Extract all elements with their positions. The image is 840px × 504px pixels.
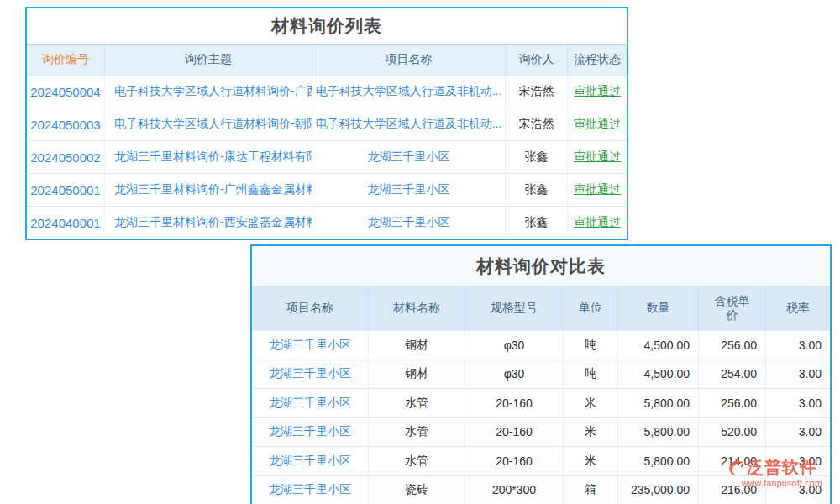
- inquiry-person: 张鑫: [506, 141, 568, 173]
- tax-inc-price: 520.00: [699, 418, 766, 447]
- tax-inc-price: 254.00: [699, 360, 766, 389]
- project-name-link[interactable]: 龙湖三千里小区: [252, 389, 369, 417]
- material-name: 水管: [369, 418, 465, 447]
- inquiry-row: 2024050003 电子科技大学区域人行道材料询价-朝阳... 电子科技大学区…: [27, 108, 627, 140]
- header-project-name[interactable]: 项目名称: [312, 45, 506, 75]
- inquiry-person: 宋浩然: [506, 108, 568, 140]
- project-name-link[interactable]: 龙湖三千里小区: [252, 331, 369, 360]
- inquiry-topic-link[interactable]: 龙湖三千里材料询价-西安盛器金属材料...: [105, 207, 312, 239]
- comparison-row: 龙湖三千里小区 瓷砖 200*300 箱 235,000.00 216.00 3…: [252, 475, 830, 504]
- spec-model: 20-160: [465, 389, 564, 417]
- status-approved-link[interactable]: 审批通过: [574, 215, 621, 230]
- unit: 吨: [564, 331, 618, 360]
- project-name-link[interactable]: 龙湖三千里小区: [252, 360, 369, 389]
- tax-rate: 3.00: [766, 389, 830, 417]
- tax-inc-price: 214.00: [699, 447, 766, 475]
- project-name-link[interactable]: 龙湖三千里小区: [312, 207, 506, 239]
- spec-model: 20-160: [465, 447, 564, 475]
- inquiry-id-link[interactable]: 2024050001: [27, 174, 105, 206]
- tax-inc-price: 256.00: [699, 389, 766, 417]
- header-flow-status[interactable]: 流程状态: [568, 45, 627, 75]
- inquiry-topic-link[interactable]: 龙湖三千里材料询价-康达工程材料有限...: [105, 141, 312, 173]
- inquiry-id-link[interactable]: 2024050003: [27, 108, 105, 140]
- spec-model: 200*300: [465, 476, 564, 504]
- comparison-row: 龙湖三千里小区 钢材 φ30 吨 4,500.00 254.00 3.00: [252, 360, 830, 389]
- comparison-row: 龙湖三千里小区 水管 20-160 米 5,800.00 214.00 3.00: [252, 446, 830, 475]
- unit: 米: [564, 447, 618, 475]
- header-project-name: 项目名称: [252, 286, 369, 330]
- header-inquiry-topic[interactable]: 询价主题: [105, 45, 312, 75]
- project-name-link[interactable]: 电子科技大学区域人行道及非机动...: [312, 108, 506, 140]
- header-tax-inc-price: 含税单价: [699, 286, 766, 330]
- comparison-table-panel: 材料询价对比表 项目名称 材料名称 规格型号 单位 数量 含税单价 税率 龙湖三…: [250, 244, 832, 504]
- header-material-name: 材料名称: [369, 286, 465, 330]
- tax-rate: 3.00: [766, 331, 830, 360]
- quantity: 4,500.00: [618, 360, 699, 389]
- status-approved-link[interactable]: 审批通过: [574, 150, 621, 165]
- material-name: 水管: [369, 447, 465, 475]
- inquiry-list-title: 材料询价列表: [27, 8, 627, 45]
- spec-model: 20-160: [465, 418, 564, 447]
- inquiry-topic-link[interactable]: 电子科技大学区域人行道材料询价-广西...: [105, 76, 312, 108]
- header-inquiry-id[interactable]: 询价编号: [27, 45, 105, 75]
- inquiry-row: 2024050001 龙湖三千里材料询价-广州鑫鑫金属材料... 龙湖三千里小区…: [27, 173, 627, 206]
- quantity: 4,500.00: [618, 331, 699, 360]
- header-quantity: 数量: [618, 286, 699, 330]
- unit: 米: [564, 389, 618, 417]
- header-spec-model: 规格型号: [465, 286, 564, 330]
- material-name: 瓷砖: [369, 476, 465, 504]
- project-name-link[interactable]: 龙湖三千里小区: [252, 447, 369, 475]
- header-unit: 单位: [564, 286, 618, 330]
- inquiry-id-link[interactable]: 2024040001: [27, 207, 105, 239]
- inquiry-topic-link[interactable]: 电子科技大学区域人行道材料询价-朝阳...: [105, 108, 312, 140]
- unit: 吨: [564, 360, 618, 389]
- comparison-table-title: 材料询价对比表: [252, 246, 830, 286]
- status-approved-link[interactable]: 审批通过: [574, 84, 621, 99]
- quantity: 235,000.00: [618, 476, 699, 504]
- quantity: 5,800.00: [618, 418, 699, 447]
- comparison-header-row: 项目名称 材料名称 规格型号 单位 数量 含税单价 税率: [252, 286, 830, 330]
- material-name: 钢材: [369, 360, 465, 389]
- material-name: 钢材: [369, 331, 465, 360]
- quantity: 5,800.00: [618, 447, 699, 475]
- quantity: 5,800.00: [618, 389, 699, 417]
- tax-rate: 3.00: [766, 360, 830, 389]
- spec-model: φ30: [465, 331, 564, 360]
- status-approved-link[interactable]: 审批通过: [574, 182, 621, 197]
- project-name-link[interactable]: 电子科技大学区域人行道及非机动...: [312, 76, 506, 108]
- project-name-link[interactable]: 龙湖三千里小区: [252, 476, 369, 504]
- tax-inc-price: 216.00: [699, 476, 766, 504]
- tax-inc-price: 256.00: [699, 331, 766, 360]
- unit: 米: [564, 418, 618, 447]
- comparison-row: 龙湖三千里小区 水管 20-160 米 5,800.00 256.00 3.00: [252, 388, 830, 417]
- header-inquiry-person[interactable]: 询价人: [506, 45, 568, 75]
- project-name-link[interactable]: 龙湖三千里小区: [312, 174, 506, 206]
- project-name-link[interactable]: 龙湖三千里小区: [252, 418, 369, 447]
- tax-rate: 3.00: [766, 476, 830, 504]
- project-name-link[interactable]: 龙湖三千里小区: [312, 141, 506, 173]
- inquiry-row: 2024050002 龙湖三千里材料询价-康达工程材料有限... 龙湖三千里小区…: [27, 140, 627, 173]
- inquiry-person: 张鑫: [506, 174, 568, 206]
- inquiry-person: 张鑫: [506, 207, 568, 239]
- inquiry-id-link[interactable]: 2024050004: [27, 76, 105, 108]
- inquiry-row: 2024040001 龙湖三千里材料询价-西安盛器金属材料... 龙湖三千里小区…: [27, 206, 627, 239]
- inquiry-list-panel: 材料询价列表 询价编号 询价主题 项目名称 询价人 流程状态 202405000…: [25, 7, 628, 240]
- inquiry-row: 2024050004 电子科技大学区域人行道材料询价-广西... 电子科技大学区…: [27, 75, 627, 108]
- unit: 箱: [564, 476, 618, 504]
- tax-rate: 3.00: [766, 418, 830, 447]
- inquiry-list-header-row: 询价编号 询价主题 项目名称 询价人 流程状态: [27, 45, 627, 75]
- tax-rate: 3.00: [766, 447, 830, 475]
- inquiry-topic-link[interactable]: 龙湖三千里材料询价-广州鑫鑫金属材料...: [105, 174, 312, 206]
- spec-model: φ30: [465, 360, 564, 389]
- inquiry-id-link[interactable]: 2024050002: [27, 141, 105, 173]
- inquiry-person: 宋浩然: [506, 76, 568, 108]
- status-approved-link[interactable]: 审批通过: [574, 117, 621, 132]
- header-tax-rate: 税率: [766, 286, 830, 330]
- comparison-row: 龙湖三千里小区 水管 20-160 米 5,800.00 520.00 3.00: [252, 417, 830, 447]
- comparison-row: 龙湖三千里小区 钢材 φ30 吨 4,500.00 256.00 3.00: [252, 330, 830, 360]
- material-name: 水管: [369, 389, 465, 417]
